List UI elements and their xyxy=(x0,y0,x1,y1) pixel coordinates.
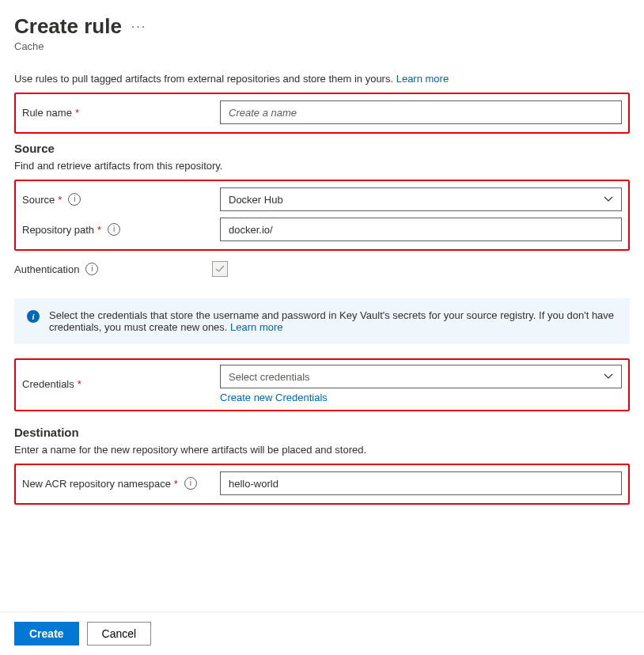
source-label: Source* i xyxy=(22,193,220,206)
create-credentials-link[interactable]: Create new Credentials xyxy=(220,392,328,403)
rule-name-label: Rule name* xyxy=(22,107,220,119)
info-icon[interactable]: i xyxy=(68,193,81,206)
source-select[interactable]: Docker Hub xyxy=(220,187,622,211)
credentials-select[interactable]: Select credentials xyxy=(220,365,622,388)
auth-label: Authentication i xyxy=(14,263,212,275)
destination-section-desc: Enter a name for the new repository wher… xyxy=(14,444,630,456)
info-icon: i xyxy=(27,310,40,323)
info-icon[interactable]: i xyxy=(108,223,120,236)
credentials-info-banner: i Select the credentials that store the … xyxy=(14,298,630,344)
repo-path-input[interactable] xyxy=(220,218,622,241)
banner-learn-more-link[interactable]: Learn more xyxy=(230,321,282,333)
repo-path-label: Repository path* i xyxy=(22,223,220,236)
more-icon[interactable]: ··· xyxy=(131,20,146,34)
source-highlight: Source* i Docker Hub Repository path* i xyxy=(14,180,630,251)
page-subtitle: Cache xyxy=(14,40,630,52)
namespace-input[interactable] xyxy=(220,471,622,495)
info-icon[interactable]: i xyxy=(184,477,197,490)
auth-checkbox xyxy=(212,261,228,277)
credentials-label: Credentials* xyxy=(22,378,220,390)
chevron-down-icon xyxy=(604,372,613,381)
source-section-desc: Find and retrieve artifacts from this re… xyxy=(14,160,630,172)
cancel-button[interactable]: Cancel xyxy=(87,622,152,646)
destination-highlight: New ACR repository namespace* i xyxy=(14,464,630,505)
source-section-title: Source xyxy=(14,142,630,155)
intro-text: Use rules to pull tagged artifacts from … xyxy=(14,73,630,85)
destination-section-title: Destination xyxy=(14,426,630,439)
chevron-down-icon xyxy=(604,195,613,204)
page-title: Create rule xyxy=(14,14,122,39)
info-icon[interactable]: i xyxy=(85,263,98,275)
rule-name-highlight: Rule name* xyxy=(14,93,630,134)
rule-name-input[interactable] xyxy=(220,100,622,124)
credentials-highlight: Credentials* Select credentials Create n… xyxy=(14,358,630,411)
create-button[interactable]: Create xyxy=(14,622,79,646)
learn-more-link[interactable]: Learn more xyxy=(396,73,449,85)
footer-bar: Create Cancel xyxy=(0,611,644,655)
namespace-label: New ACR repository namespace* i xyxy=(22,477,220,490)
